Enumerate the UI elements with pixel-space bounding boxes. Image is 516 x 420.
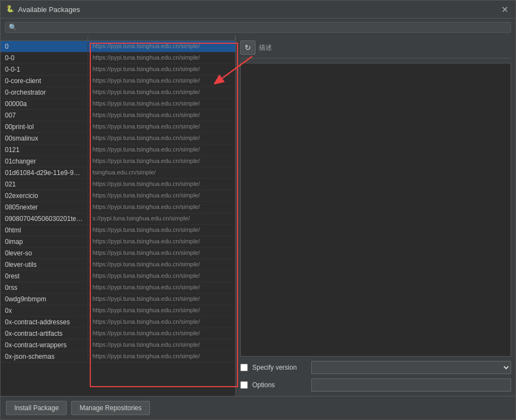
package-row[interactable]: 00smalinuxhttps://pypi.tuna.tsinghua.edu…: [1, 133, 235, 144]
package-repo: https://pypi.tuna.tsinghua.edu.cn/simple…: [88, 271, 235, 281]
package-repo: https://pypi.tuna.tsinghua.edu.cn/simple…: [88, 283, 235, 293]
package-repo: https://pypi.tuna.tsinghua.edu.cn/simple…: [88, 76, 235, 86]
package-name: 0-core-client: [1, 76, 88, 86]
package-row[interactable]: 01d61084-d29e-11e9-96d1-7c5cf84ffe8etsin…: [1, 167, 235, 179]
package-name: 090807040506030201testpip: [1, 214, 88, 224]
package-row[interactable]: 0imaphttps://pypi.tuna.tsinghua.edu.cn/s…: [1, 236, 235, 248]
refresh-button[interactable]: ↻: [240, 40, 256, 55]
package-name: 00print-lol: [1, 122, 88, 132]
panel-desc-label: 描述: [259, 43, 272, 52]
package-row[interactable]: 01changerhttps://pypi.tuna.tsinghua.edu.…: [1, 156, 235, 167]
package-repo: https://pypi.tuna.tsinghua.edu.cn/simple…: [88, 340, 235, 350]
package-name: 0x-contract-wrappers: [1, 340, 88, 350]
search-wrap: 🔍: [5, 22, 511, 33]
package-repo: https://pypi.tuna.tsinghua.edu.cn/simple…: [88, 191, 235, 201]
package-row[interactable]: 0-orchestratorhttps://pypi.tuna.tsinghua…: [1, 87, 235, 98]
package-repo: https://pypi.tuna.tsinghua.edu.cn/simple…: [88, 225, 235, 235]
col-header-repo: [88, 36, 235, 40]
package-name: 02exercicio: [1, 191, 88, 201]
package-row[interactable]: 0-core-clienthttps://pypi.tuna.tsinghua.…: [1, 75, 235, 87]
package-repo: https://pypi.tuna.tsinghua.edu.cn/simple…: [88, 110, 235, 120]
package-repo: tsinghua.edu.cn/simple/: [88, 168, 235, 178]
package-name: 007: [1, 110, 88, 120]
package-row[interactable]: 0lever-utilshttps://pypi.tuna.tsinghua.e…: [1, 259, 235, 271]
package-name: 01d61084-d29e-11e9-96d1-7c5cf84ffe8e: [1, 168, 88, 178]
package-repo: https://pypi.tuna.tsinghua.edu.cn/simple…: [88, 237, 235, 247]
package-row[interactable]: 00000ahttps://pypi.tuna.tsinghua.edu.cn/…: [1, 98, 235, 110]
list-header: [1, 36, 235, 41]
package-name: 0wdg9nbmpm: [1, 294, 88, 304]
package-repo: https://pypi.tuna.tsinghua.edu.cn/simple…: [88, 260, 235, 270]
package-row[interactable]: 00print-lolhttps://pypi.tuna.tsinghua.ed…: [1, 121, 235, 133]
main-content: 0https://pypi.tuna.tsinghua.edu.cn/simpl…: [1, 36, 515, 396]
package-row[interactable]: 0resthttps://pypi.tuna.tsinghua.edu.cn/s…: [1, 271, 235, 282]
package-repo: https://pypi.tuna.tsinghua.edu.cn/simple…: [88, 248, 235, 258]
package-row[interactable]: 0805nexterhttps://pypi.tuna.tsinghua.edu…: [1, 202, 235, 213]
install-package-button[interactable]: Install Package: [6, 401, 67, 415]
options-row: Options: [240, 378, 511, 392]
package-row[interactable]: 0wdg9nbmpmhttps://pypi.tuna.tsinghua.edu…: [1, 294, 235, 305]
package-repo: https://pypi.tuna.tsinghua.edu.cn/simple…: [88, 42, 235, 51]
package-row[interactable]: 0rsshttps://pypi.tuna.tsinghua.edu.cn/si…: [1, 282, 235, 294]
package-repo: https://pypi.tuna.tsinghua.edu.cn/simple…: [88, 122, 235, 132]
package-row[interactable]: 0xhttps://pypi.tuna.tsinghua.edu.cn/simp…: [1, 305, 235, 317]
package-repo: https://pypi.tuna.tsinghua.edu.cn/simple…: [88, 65, 235, 74]
specify-version-checkbox[interactable]: [240, 364, 248, 371]
search-input[interactable]: [19, 24, 507, 31]
package-row[interactable]: 0x-contract-wrappershttps://pypi.tuna.ts…: [1, 340, 235, 351]
manage-repositories-button[interactable]: Manage Repositories: [71, 401, 149, 415]
package-name: 0-0: [1, 53, 88, 63]
options-section: Specify version Options: [240, 361, 511, 392]
package-repo: https://pypi.tuna.tsinghua.edu.cn/simple…: [88, 156, 235, 166]
package-row[interactable]: 0x-contract-addresseshttps://pypi.tuna.t…: [1, 317, 235, 328]
package-list[interactable]: 0https://pypi.tuna.tsinghua.edu.cn/simpl…: [1, 41, 235, 396]
package-name: 0x-contract-addresses: [1, 317, 88, 327]
package-row[interactable]: 0-0https://pypi.tuna.tsinghua.edu.cn/sim…: [1, 52, 235, 64]
package-name: 0html: [1, 225, 88, 235]
package-repo: https://pypi.tuna.tsinghua.edu.cn/simple…: [88, 53, 235, 63]
package-row[interactable]: 0lever-sohttps://pypi.tuna.tsinghua.edu.…: [1, 248, 235, 259]
package-name: 00000a: [1, 99, 88, 109]
package-list-area: 0https://pypi.tuna.tsinghua.edu.cn/simpl…: [1, 36, 236, 396]
package-name: 0: [1, 42, 88, 51]
package-row[interactable]: 090807040506030201testpips://pypi.tuna.t…: [1, 213, 235, 225]
footer: Install Package Manage Repositories: [1, 396, 515, 419]
package-name: 00smalinux: [1, 133, 88, 143]
package-repo: https://pypi.tuna.tsinghua.edu.cn/simple…: [88, 88, 235, 97]
package-repo: https://pypi.tuna.tsinghua.edu.cn/simple…: [88, 294, 235, 304]
right-panel: ↻ 描述 Specify version Options: [236, 36, 515, 396]
search-bar: 🔍: [1, 19, 515, 36]
package-name: 0-0-1: [1, 65, 88, 74]
specify-version-select[interactable]: [311, 361, 511, 374]
package-repo: https://pypi.tuna.tsinghua.edu.cn/simple…: [88, 145, 235, 155]
package-row[interactable]: 0x-json-schemashttps://pypi.tuna.tsinghu…: [1, 351, 235, 363]
package-name: 0805nexter: [1, 202, 88, 212]
package-name: 0rest: [1, 271, 88, 281]
package-repo: https://pypi.tuna.tsinghua.edu.cn/simple…: [88, 133, 235, 143]
package-row[interactable]: 0x-contract-artifactshttps://pypi.tuna.t…: [1, 328, 235, 340]
options-checkbox[interactable]: [240, 381, 248, 389]
package-name: 0imap: [1, 237, 88, 247]
close-button[interactable]: ✕: [499, 4, 510, 15]
package-name: 01changer: [1, 156, 88, 166]
package-row[interactable]: 0htmlhttps://pypi.tuna.tsinghua.edu.cn/s…: [1, 225, 235, 236]
package-repo: https://pypi.tuna.tsinghua.edu.cn/simple…: [88, 202, 235, 212]
package-repo: https://pypi.tuna.tsinghua.edu.cn/simple…: [88, 317, 235, 327]
options-input[interactable]: [311, 378, 511, 392]
package-row[interactable]: 0-0-1https://pypi.tuna.tsinghua.edu.cn/s…: [1, 64, 235, 75]
package-name: 0rss: [1, 283, 88, 293]
package-name: 0x: [1, 306, 88, 316]
package-row[interactable]: 0121https://pypi.tuna.tsinghua.edu.cn/si…: [1, 144, 235, 156]
col-header-name: [1, 36, 88, 40]
package-name: 021: [1, 179, 88, 189]
package-repo: https://pypi.tuna.tsinghua.edu.cn/simple…: [88, 306, 235, 316]
package-row[interactable]: 0https://pypi.tuna.tsinghua.edu.cn/simpl…: [1, 41, 235, 52]
package-row[interactable]: 02exerciciohttps://pypi.tuna.tsinghua.ed…: [1, 190, 235, 202]
package-row[interactable]: 007https://pypi.tuna.tsinghua.edu.cn/sim…: [1, 110, 235, 121]
package-row[interactable]: 021https://pypi.tuna.tsinghua.edu.cn/sim…: [1, 179, 235, 190]
package-name: 0-orchestrator: [1, 88, 88, 97]
package-name: 0x-json-schemas: [1, 352, 88, 361]
specify-version-label: Specify version: [252, 364, 307, 371]
package-name: 0lever-utils: [1, 260, 88, 270]
search-icon: 🔍: [9, 24, 17, 31]
